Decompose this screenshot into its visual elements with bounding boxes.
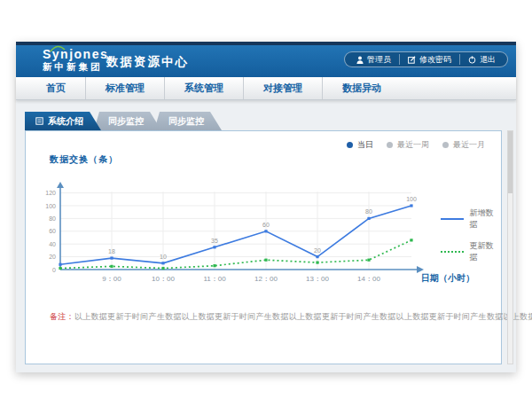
app-window: Synjones 新中新集团 数据资源中心 管理员 修改密码 — [16, 42, 516, 372]
legend-label: 新增数据 — [470, 207, 501, 231]
svg-text:80: 80 — [365, 208, 372, 215]
y-axis-title: 数据交换（条） — [50, 153, 118, 166]
logo-swoosh-icon — [50, 45, 66, 52]
svg-text:11：00: 11：00 — [203, 275, 226, 283]
dotted-line-icon — [441, 251, 464, 253]
user-name: 管理员 — [367, 54, 391, 66]
radio-label: 最近一周 — [397, 139, 429, 151]
edit-icon — [408, 56, 416, 64]
page-title: 数据资源中心 — [106, 54, 189, 70]
svg-text:18: 18 — [108, 248, 115, 254]
tab-label: 同步监控 — [168, 115, 204, 128]
svg-text:20: 20 — [314, 247, 321, 254]
tab-sync-monitor-1[interactable]: 同步监控 — [94, 112, 161, 130]
nav-item-standard-mgmt[interactable]: 标准管理 — [85, 77, 164, 99]
radio-today[interactable]: 当日 — [347, 139, 373, 151]
footnote: 备注：以上数据更新于时间产生数据以上数据更新于时间产生数据以上数据更新于时间产生… — [50, 311, 532, 323]
nav-item-interface-mgmt[interactable]: 对接管理 — [243, 77, 322, 99]
solid-line-icon — [441, 218, 464, 220]
change-password-label: 修改密码 — [419, 54, 451, 66]
x-axis-title: 日期（小时） — [421, 272, 474, 285]
svg-text:20: 20 — [49, 254, 56, 260]
power-icon — [468, 56, 476, 64]
svg-text:60: 60 — [262, 222, 270, 228]
svg-text:60: 60 — [49, 228, 56, 234]
content-area: 系统介绍 同步监控 同步监控 当日 最近一周 — [16, 100, 516, 372]
radio-last-month[interactable]: 最近一月 — [442, 139, 485, 151]
user-menu-button[interactable]: 管理员 — [348, 54, 399, 65]
footnote-text: 以上数据更新于时间产生数据以上数据更新于时间产生数据以上数据更新于时间产生数据以… — [74, 312, 532, 321]
company-logo: Synjones 新中新集团 — [43, 48, 108, 73]
chart-panel: 当日 最近一周 最近一月 数据交换（条） 0204060801001209：00… — [25, 130, 502, 364]
svg-text:13：00: 13：00 — [306, 275, 329, 283]
nav-item-home[interactable]: 首页 — [27, 77, 85, 99]
user-icon — [356, 56, 364, 64]
scrollbar-thumb[interactable] — [508, 131, 512, 193]
radio-last-week[interactable]: 最近一周 — [387, 139, 429, 151]
user-toolbar: 管理员 修改密码 退出 — [344, 51, 508, 67]
legend-item-new-data: 新增数据 — [441, 207, 501, 231]
logo-text-cn: 新中新集团 — [43, 61, 108, 73]
tab-label: 系统介绍 — [48, 115, 83, 128]
legend-item-update-data: 更新数据 — [441, 240, 501, 263]
svg-text:35: 35 — [211, 238, 218, 244]
line-chart: 0204060801001209：0010：0011：0012：0013：001… — [33, 181, 441, 294]
svg-text:12：00: 12：00 — [254, 275, 278, 283]
time-range-filter: 当日 最近一周 最近一月 — [347, 139, 485, 151]
svg-text:100: 100 — [406, 196, 417, 202]
tab-system-intro[interactable]: 系统介绍 — [25, 112, 101, 130]
radio-dot-icon — [442, 142, 449, 148]
tab-bar: 系统介绍 同步监控 同步监控 — [25, 112, 222, 130]
nav-item-system-mgmt[interactable]: 系统管理 — [164, 77, 243, 99]
footnote-label: 备注： — [50, 312, 74, 321]
radio-label: 当日 — [357, 139, 373, 151]
svg-text:80: 80 — [49, 215, 56, 222]
vertical-scrollbar[interactable] — [507, 130, 513, 364]
svg-text:40: 40 — [49, 241, 56, 247]
radio-dot-icon — [347, 142, 353, 148]
radio-dot-icon — [387, 142, 393, 148]
radio-label: 最近一月 — [453, 139, 485, 151]
logout-label: 退出 — [480, 54, 496, 66]
app-header: Synjones 新中新集团 数据资源中心 管理员 修改密码 — [16, 45, 516, 77]
tab-label: 同步监控 — [108, 115, 144, 128]
svg-text:14：00: 14：00 — [357, 275, 380, 283]
document-icon — [35, 117, 43, 125]
tab-sync-monitor-2[interactable]: 同步监控 — [154, 112, 222, 130]
nav-item-data-change[interactable]: 数据异动 — [322, 77, 401, 99]
main-nav: 首页 标准管理 系统管理 对接管理 数据异动 — [16, 77, 516, 100]
change-password-button[interactable]: 修改密码 — [399, 54, 459, 65]
chart-legend: 新增数据 更新数据 — [441, 207, 501, 273]
svg-text:0: 0 — [52, 267, 56, 273]
legend-label: 更新数据 — [470, 240, 501, 263]
logout-button[interactable]: 退出 — [459, 54, 504, 65]
svg-text:100: 100 — [45, 203, 56, 209]
svg-text:10：00: 10：00 — [152, 275, 175, 283]
svg-text:9：00: 9：00 — [102, 275, 121, 283]
svg-text:10: 10 — [160, 254, 167, 260]
svg-text:120: 120 — [45, 190, 56, 196]
